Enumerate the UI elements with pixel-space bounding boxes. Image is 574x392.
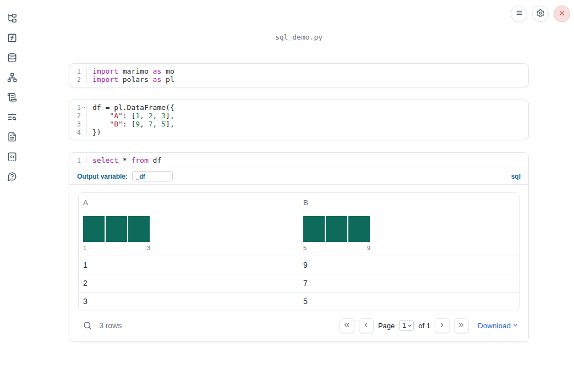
cell-output: A13B59 192735 3 rows (69, 184, 528, 341)
page-of-label: of 1 (418, 322, 430, 330)
code-line[interactable]: 1select * from df (69, 156, 528, 164)
line-number: 3 (69, 120, 87, 128)
first-page-button[interactable] (340, 318, 354, 333)
next-page-button[interactable] (435, 318, 450, 333)
file-text-documentation-icon[interactable] (7, 132, 17, 142)
histogram-axis-labels: 13 (83, 245, 150, 251)
dependency-graph-icon[interactable] (7, 73, 17, 82)
notebook: sql_demo.py 1import marimo as mo2import … (69, 0, 529, 342)
text-search-logs-icon[interactable] (7, 112, 17, 122)
histogram-bar[interactable] (303, 216, 325, 242)
page-select[interactable]: 1 (399, 320, 414, 331)
histogram-axis-labels: 59 (303, 245, 370, 251)
last-page-button[interactable] (454, 318, 469, 333)
cell-dataframe: 1df = pl.DataFrame({2 "A": [1, 2, 3],3 "… (69, 100, 529, 140)
search-icon[interactable] (83, 321, 92, 330)
chevron-left-icon (362, 321, 370, 330)
histogram-a[interactable] (83, 216, 150, 242)
code-line[interactable]: 4}) (69, 128, 528, 136)
chevron-right-icon (438, 321, 446, 330)
chevron-down-icon (512, 322, 518, 330)
code-editor[interactable]: 1df = pl.DataFrame({2 "A": [1, 2, 3],3 "… (69, 100, 528, 140)
table-header-row: A13B59 (79, 193, 519, 256)
notebook-filename: sql_demo.py (69, 33, 529, 41)
histogram-bar[interactable] (106, 216, 127, 242)
scroll-outline-icon[interactable] (7, 92, 17, 102)
sql-cell-footer: Output variable: sql (69, 168, 528, 184)
close-icon (558, 9, 566, 19)
chevrons-left-icon (343, 321, 351, 330)
language-badge-sql: sql (511, 173, 521, 180)
function-square-icon[interactable] (7, 33, 17, 43)
column-label: B (303, 198, 515, 207)
cell-sql: 1select * from df Output variable: sql A… (69, 152, 529, 342)
marimo-app: sql_demo.py 1import marimo as mo2import … (0, 0, 574, 392)
code-line[interactable]: 2 "A": [1, 2, 3], (69, 112, 528, 120)
line-number: 1 (69, 103, 87, 112)
histogram-bar[interactable] (348, 216, 370, 242)
table-cell: 7 (299, 274, 519, 292)
line-number: 2 (69, 75, 87, 84)
row-count: 3 rows (99, 321, 122, 330)
prev-page-button[interactable] (359, 318, 374, 333)
download-label: Download (478, 322, 511, 330)
output-variable-label: Output variable: (77, 173, 128, 180)
page-label: Page (378, 322, 395, 330)
fold-chevron-icon[interactable] (81, 106, 86, 110)
histogram-bar[interactable] (83, 216, 105, 242)
line-number: 2 (69, 112, 87, 120)
code-line[interactable]: 1df = pl.DataFrame({ (69, 103, 528, 112)
column-header-a[interactable]: A13 (79, 193, 299, 256)
line-number: 1 (69, 156, 87, 164)
database-icon[interactable] (7, 53, 17, 63)
file-explorer-tree-icon[interactable] (7, 13, 17, 23)
code-editor[interactable]: 1import marimo as mo2import polars as pl (69, 64, 528, 87)
sql-editor[interactable]: 1select * from df (69, 153, 528, 168)
dataframe-table: A13B59 192735 (78, 192, 520, 311)
histogram-bar[interactable] (128, 216, 150, 242)
table-cell: 1 (79, 256, 299, 274)
gear-icon (536, 9, 545, 19)
column-header-b[interactable]: B59 (299, 193, 519, 256)
code-snippets-icon[interactable] (7, 152, 17, 162)
histogram-b[interactable] (303, 216, 370, 242)
output-variable-input[interactable] (132, 171, 173, 181)
settings-button[interactable] (532, 5, 549, 22)
table-row[interactable]: 27 (79, 274, 519, 292)
sidebar (0, 0, 24, 392)
cell-imports: 1import marimo as mo2import polars as pl (69, 63, 529, 87)
table-cell: 3 (79, 292, 299, 311)
line-number: 1 (69, 67, 87, 75)
download-button[interactable]: Download (478, 322, 518, 330)
histogram-bar[interactable] (326, 216, 347, 242)
column-label: A (83, 198, 294, 207)
shutdown-button[interactable] (554, 5, 570, 22)
table-footer: 3 rows Page 1 (78, 311, 520, 336)
table-cell: 9 (299, 256, 519, 274)
table-row[interactable]: 19 (79, 256, 519, 274)
pagination: Page 1 of 1 (340, 318, 469, 333)
table-row[interactable]: 35 (79, 292, 519, 311)
chevrons-right-icon (457, 321, 465, 330)
line-number: 4 (69, 128, 87, 136)
code-line[interactable]: 3 "B": [9, 7, 5], (69, 120, 528, 128)
code-line[interactable]: 2import polars as pl (69, 75, 528, 84)
code-line[interactable]: 1import marimo as mo (69, 67, 528, 75)
table-cell: 2 (79, 274, 299, 292)
help-question-bubble-icon[interactable] (7, 172, 17, 181)
table-cell: 5 (299, 292, 519, 311)
